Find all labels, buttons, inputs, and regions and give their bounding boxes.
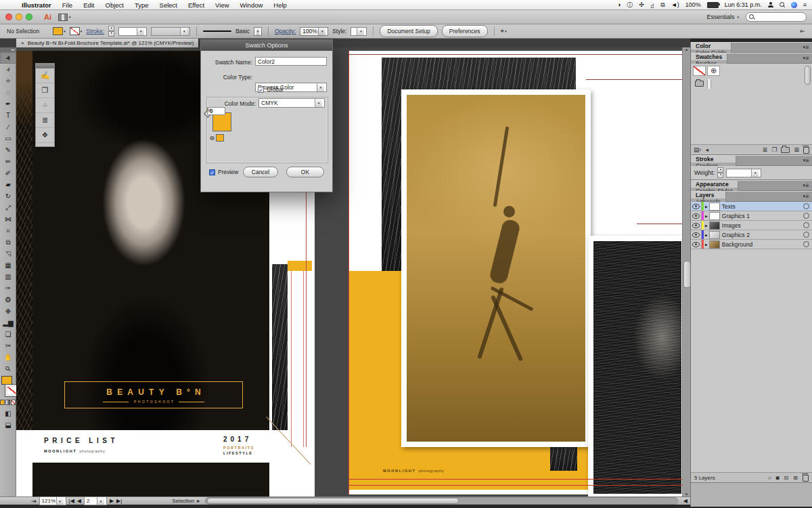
layout-switcher-icon[interactable]	[58, 14, 68, 21]
layer-name[interactable]: Images	[722, 222, 741, 229]
scroll-right-icon[interactable]: ◀	[683, 498, 690, 504]
menu-window[interactable]: Window	[235, 1, 269, 9]
layer-expand-icon[interactable]: ▶	[705, 242, 708, 247]
swatch-group-folder-icon[interactable]	[693, 79, 706, 89]
symbols-mini-icon[interactable]: ❐	[36, 83, 54, 98]
new-sublayer-icon[interactable]: ⊟	[784, 475, 789, 481]
zoom-tool[interactable]: ⚲	[0, 363, 16, 375]
symbol-sprayer-tool[interactable]: ❉	[0, 305, 16, 317]
gradient-mode-button[interactable]	[5, 400, 10, 405]
scale-tool[interactable]: ⤢	[0, 202, 16, 213]
layer-visibility-toggle[interactable]	[691, 230, 702, 239]
menu-object[interactable]: Object	[100, 1, 129, 9]
line-segment-tool[interactable]: ∕	[0, 121, 16, 133]
weight-stepper[interactable]: ▲▼	[717, 167, 723, 178]
airplay-icon[interactable]: ⧉	[660, 1, 664, 9]
align-mini-icon[interactable]: ≣	[36, 113, 54, 128]
tab-swatches[interactable]: Swatches	[691, 54, 727, 60]
hand-tool[interactable]: ✋	[0, 352, 16, 363]
new-folder-icon[interactable]	[781, 147, 790, 153]
prev-artboard-icon[interactable]: ◀	[77, 498, 81, 504]
direct-selection-tool[interactable]: ➢	[0, 64, 16, 75]
swatch-white[interactable]	[710, 80, 711, 88]
panel-menu-icon[interactable]: ▾≣	[803, 54, 812, 63]
horizontal-scrollbar[interactable]	[205, 497, 678, 505]
none-mode-button[interactable]	[11, 400, 16, 405]
style-select[interactable]: ▾	[351, 27, 367, 36]
delete-swatch-icon[interactable]	[803, 147, 809, 154]
spotlight-icon[interactable]	[780, 2, 785, 7]
stroke-link[interactable]: Stroke:	[86, 28, 104, 35]
layer-texts[interactable]: ▶ Texts	[691, 202, 812, 211]
canvas[interactable]: BEAUTY B°N PHOTOSHOOT PRICE LIST MOONLIG…	[16, 47, 690, 496]
stroke-weight-stepper[interactable]: ▲▼	[108, 26, 114, 37]
mini-dock-header[interactable]	[36, 64, 54, 68]
first-artboard-icon[interactable]: |◀	[69, 498, 74, 504]
search-input[interactable]	[746, 12, 807, 22]
swatch-none[interactable]	[693, 66, 706, 76]
fill-indicator[interactable]	[1, 376, 12, 385]
layer-expand-icon[interactable]: ▶	[705, 205, 708, 209]
menu-file[interactable]: File	[57, 1, 78, 9]
zoom-window-button[interactable]	[26, 14, 32, 20]
perspective-grid-tool[interactable]: ◹	[0, 248, 16, 259]
layer-name[interactable]: Texts	[722, 203, 736, 210]
width-tool[interactable]: ⋈	[0, 213, 16, 225]
next-artboard-icon[interactable]: ▶	[110, 498, 114, 504]
layout-switcher-caret[interactable]: ▾	[69, 15, 71, 19]
preview-checkbox[interactable]: ✓	[209, 169, 215, 175]
siri-icon[interactable]	[791, 2, 797, 8]
menu-bar-clock[interactable]: Lun 6:31 p.m.	[725, 1, 762, 8]
swatch-registration[interactable]: ⊕	[707, 66, 720, 76]
slice-tool[interactable]: ✂	[0, 340, 16, 352]
blend-tool[interactable]: ❂	[0, 294, 16, 305]
menu-help[interactable]: Help	[268, 1, 292, 9]
scroll-up-icon[interactable]: ▲	[683, 47, 690, 51]
stroke-color-chip[interactable]: ▾	[70, 27, 83, 35]
swatches-scroll-thumb[interactable]	[805, 66, 811, 85]
tab-appearance[interactable]: Appearance	[691, 181, 738, 188]
hair-photo-frame[interactable]	[588, 236, 687, 496]
document-tab[interactable]: × Beauty B~N Bi-Fold Brochure Template.a…	[16, 39, 199, 47]
column-graph-tool[interactable]: ▂▆	[0, 317, 16, 329]
dancer-photo[interactable]	[407, 95, 585, 442]
fill-stroke-indicator[interactable]	[0, 375, 16, 398]
close-window-button[interactable]	[5, 14, 12, 20]
pencil-tool[interactable]: ✏	[0, 156, 16, 167]
eyedropper-tool[interactable]: ✑	[0, 282, 16, 294]
panel-menu-icon[interactable]: ▾≣	[803, 156, 812, 165]
transform-mini-icon[interactable]: ⁘	[36, 98, 54, 113]
fill-color-chip[interactable]: ▾	[53, 27, 66, 35]
opacity-select[interactable]: 100%▾	[300, 27, 328, 36]
pen-tool[interactable]: ✒	[0, 98, 16, 110]
menu-type[interactable]: Type	[129, 1, 154, 9]
eraser-tool[interactable]: ▰	[0, 179, 16, 190]
layer-name[interactable]: Graphics 1	[722, 213, 750, 219]
last-artboard-icon[interactable]: ▶|	[116, 498, 122, 504]
vertical-scroll-thumb[interactable]	[683, 261, 690, 288]
collapse-panels-icon[interactable]: ⇤	[800, 28, 805, 35]
ok-button[interactable]: OK	[286, 167, 324, 177]
drawing-mode-button[interactable]: ◧	[0, 408, 16, 419]
status-export-icon[interactable]: ⇥	[31, 498, 37, 505]
tools-panel-collapse-icon[interactable]: ◂◂	[0, 47, 16, 52]
brush-definition-select[interactable]: ▾	[254, 27, 262, 36]
layer-target-icon[interactable]	[803, 222, 809, 228]
lasso-tool[interactable]: ◌	[0, 87, 16, 98]
cancel-button[interactable]: Cancel	[243, 167, 278, 177]
shape-builder-tool[interactable]: ⧉	[0, 236, 16, 248]
rocks-image[interactable]	[16, 51, 32, 430]
notification-center-icon[interactable]: ≡	[803, 1, 807, 8]
type-tool[interactable]: T	[0, 110, 16, 121]
width-profile-select[interactable]: ▾	[151, 27, 190, 36]
tab-stroke[interactable]: Stroke	[691, 156, 736, 163]
artboard-nav-select[interactable]: 2▾	[84, 496, 107, 505]
dialog-title[interactable]: Swatch Options	[201, 40, 332, 51]
swatch-libraries-icon[interactable]: ▤‹	[694, 146, 702, 153]
status-caret-icon[interactable]: ▸	[197, 498, 200, 504]
locate-object-icon[interactable]: ○	[768, 475, 771, 481]
tab-layers[interactable]: Layers	[691, 192, 726, 198]
new-layer-icon[interactable]: ⊞	[793, 475, 798, 481]
global-checkbox[interactable]: ✓	[258, 87, 264, 93]
menu-select[interactable]: Select	[154, 1, 183, 9]
